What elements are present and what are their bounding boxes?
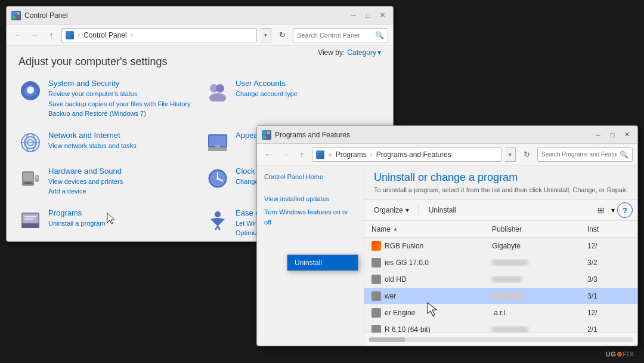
pf-header: Uninstall or change a program To uninsta…	[364, 165, 637, 199]
refresh-button[interactable]: ↻	[275, 28, 289, 42]
pf-address-bar: ← → ↑ « Programs › Programs and Features…	[257, 144, 637, 165]
title-bar: Control Panel ─ □ ✕	[7, 7, 393, 24]
table-row[interactable]: old HD 3/3	[364, 271, 637, 288]
program-date-cell: 3/3	[585, 275, 633, 284]
svg-rect-0	[13, 12, 16, 15]
sidebar-control-panel-home[interactable]: Control Panel Home	[264, 170, 357, 184]
watermark-prefix: UG	[605, 350, 617, 358]
pf-window-controls: ─ □ ✕	[592, 129, 633, 141]
user-accounts-title[interactable]: User Accounts	[236, 79, 298, 88]
category-system-security: System and Security Review your computer…	[18, 75, 194, 122]
table-row[interactable]: er Engine .a.r.l 12/	[364, 304, 637, 321]
program-icon	[371, 275, 381, 284]
table-row[interactable]: wer 3/1	[364, 288, 637, 304]
svg-rect-30	[21, 223, 39, 228]
title-bar-left: Control Panel	[11, 11, 68, 20]
watermark: UG⊕FIX	[605, 350, 634, 358]
table-row[interactable]: ies GG 17.0.0 3/2	[364, 254, 637, 271]
programs-features-window: Programs and Features ─ □ ✕ ← → ↑ « Prog…	[256, 125, 638, 346]
svg-point-5	[27, 87, 34, 94]
context-menu-uninstall[interactable]: Uninstall	[287, 255, 358, 270]
up-button[interactable]: ↑	[45, 29, 58, 42]
user-accounts-info: User Accounts Change account type	[236, 79, 298, 99]
page-title: Adjust your computer's settings	[18, 56, 381, 68]
pf-close-button[interactable]: ✕	[621, 129, 633, 141]
user-accounts-link-0[interactable]: Change account type	[236, 89, 298, 99]
uninstall-button[interactable]: Uninstall	[424, 202, 461, 218]
programs-link-0[interactable]: Uninstall a program	[48, 219, 105, 229]
back-button[interactable]: ←	[11, 29, 24, 42]
pf-search-input[interactable]	[541, 151, 617, 158]
program-date-cell: 2/1	[585, 325, 633, 333]
program-icon	[371, 241, 381, 251]
scrollbar-thumb[interactable]	[369, 337, 405, 342]
col-installed[interactable]: Inst	[585, 225, 633, 233]
col-publisher[interactable]: Publisher	[490, 225, 585, 233]
pf-breadcrumb-icon	[316, 150, 324, 159]
pf-breadcrumb-2: Programs and Features	[376, 150, 451, 159]
help-button[interactable]: ?	[617, 202, 633, 218]
close-button[interactable]: ✕	[376, 10, 388, 21]
program-icon	[371, 308, 381, 318]
pf-up-button[interactable]: ↑	[295, 148, 308, 161]
svg-rect-32	[24, 219, 33, 220]
network-title[interactable]: Network and Internet	[48, 131, 137, 140]
address-bar: ← → ↑ › Control Panel › ▾ ↻ 🔍	[7, 24, 393, 46]
system-security-link-0[interactable]: Review your computer's status	[48, 89, 190, 99]
pf-maximize-button[interactable]: □	[606, 129, 618, 141]
pf-address-dropdown[interactable]: ▾	[505, 147, 516, 162]
forward-button[interactable]: →	[28, 29, 41, 42]
svg-rect-22	[36, 176, 38, 179]
pf-breadcrumb-1: Programs	[336, 150, 367, 159]
hardware-link-0[interactable]: View devices and printers	[48, 177, 123, 187]
network-link-0[interactable]: View network status and tasks	[48, 141, 137, 151]
window-controls: ─ □ ✕	[348, 10, 388, 21]
table-row[interactable]: R 6.10 (64-bit) 2/1	[364, 321, 637, 333]
system-security-info: System and Security Review your computer…	[48, 79, 190, 119]
pf-minimize-button[interactable]: ─	[592, 129, 604, 141]
clock-icon	[206, 167, 230, 190]
system-security-link-1[interactable]: Save backup copies of your files with Fi…	[48, 99, 190, 109]
toolbar-separator	[419, 204, 419, 216]
address-input[interactable]: › Control Panel ›	[61, 28, 257, 42]
system-security-title[interactable]: System and Security	[48, 79, 190, 88]
system-security-link-2[interactable]: Backup and Restore (Windows 7)	[48, 109, 190, 119]
pf-subtitle: To uninstall a program, select it from t…	[374, 186, 628, 193]
view-by: View by: Category ▾	[318, 48, 381, 57]
svg-rect-20	[24, 182, 32, 184]
hardware-link-1[interactable]: Add a device	[48, 186, 123, 196]
pf-address-input[interactable]: « Programs › Programs and Features	[312, 147, 501, 162]
view-by-value[interactable]: Category ▾	[347, 48, 381, 57]
svg-rect-2	[13, 16, 16, 19]
maximize-button[interactable]: □	[362, 10, 374, 21]
col-name[interactable]: Name ▲	[369, 225, 490, 233]
view-list-button[interactable]: ⊞	[593, 202, 609, 218]
svg-rect-36	[263, 131, 266, 134]
system-security-icon	[18, 79, 42, 103]
organize-button[interactable]: Organize ▾	[369, 202, 414, 218]
pf-forward-button[interactable]: →	[278, 148, 292, 161]
table-row[interactable]: RGB Fusion Gigabyte 12/	[364, 238, 637, 254]
address-dropdown[interactable]: ▾	[261, 28, 271, 42]
program-date-cell: 12/	[585, 309, 633, 317]
table-header: Name ▲ Publisher Inst	[364, 221, 637, 238]
sidebar-view-updates[interactable]: View installed updates	[264, 192, 357, 206]
pf-search-box[interactable]: 🔍	[537, 147, 633, 162]
search-input[interactable]	[297, 32, 373, 39]
pf-back-button[interactable]: ←	[262, 148, 275, 161]
search-box[interactable]: 🔍	[293, 28, 388, 42]
minimize-button[interactable]: ─	[348, 10, 360, 21]
svg-rect-3	[17, 16, 20, 19]
user-accounts-icon	[206, 79, 230, 103]
hardware-title[interactable]: Hardware and Sound	[48, 167, 123, 176]
programs-title[interactable]: Programs	[48, 208, 105, 217]
sort-arrow: ▲	[393, 226, 398, 232]
pf-refresh-button[interactable]: ↻	[519, 147, 534, 162]
program-name-cell: RGB Fusion	[369, 241, 490, 251]
sidebar-windows-features[interactable]: Turn Windows features on or off	[264, 205, 357, 229]
svg-point-27	[216, 177, 219, 180]
pf-main-title: Uninstall or change a program	[374, 171, 628, 184]
program-publisher-cell	[490, 293, 585, 300]
svg-rect-15	[209, 136, 226, 146]
horizontal-scrollbar[interactable]	[369, 337, 633, 342]
